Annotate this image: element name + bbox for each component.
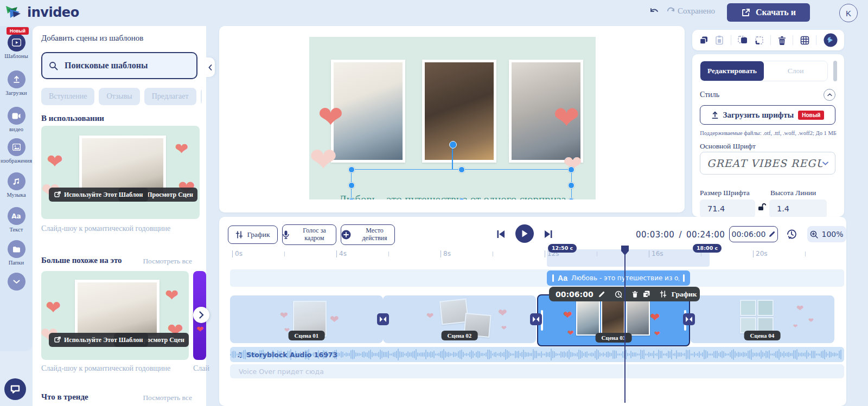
duplicate-icon[interactable] [643, 291, 650, 298]
view-all-trending[interactable]: Посмотреть все [143, 394, 192, 402]
heart-icon: ❤ [280, 311, 288, 320]
chevron-down-icon [8, 273, 25, 291]
category-chips: Вступление Отзывы Предлагает Слай [41, 88, 202, 105]
download-button[interactable]: Скачать и [727, 3, 810, 22]
timeline-ruler-ticks[interactable]: 0s4s8s12s16s20s [219, 244, 846, 266]
selection-handle[interactable] [568, 182, 575, 189]
use-template-button[interactable]: Используйте Этот Шаблон [49, 333, 148, 347]
element-toolbar [692, 30, 844, 50]
voiceover-button[interactable]: Голос за кадром [282, 224, 336, 245]
grid-icon[interactable] [800, 36, 809, 45]
scene-clip-4[interactable]: ❤ ❤ ❤ Сцена 04 [690, 295, 834, 343]
clip-left-handle[interactable] [552, 274, 554, 282]
chip-offers[interactable]: Предлагает [144, 88, 196, 105]
timer-icon[interactable] [615, 291, 622, 298]
text-clip[interactable]: Аа Любовь - это путешествие из одног... [547, 270, 690, 286]
selection-handle[interactable] [348, 198, 355, 199]
graph-button[interactable]: График [228, 225, 278, 244]
sidebar-item-video[interactable]: видео [0, 107, 33, 132]
transition-button[interactable] [530, 313, 542, 325]
support-chat-button[interactable] [4, 378, 26, 400]
tab-edit[interactable]: Редактировать [700, 61, 764, 81]
line-height-input[interactable]: 1.4 [769, 199, 827, 218]
text-selection-box[interactable] [351, 169, 572, 199]
rotate-handle[interactable] [449, 141, 457, 149]
sidebar-item-text[interactable]: Aa Текст [0, 207, 33, 233]
zoom-control[interactable]: 100% [807, 226, 846, 242]
slide-photo-2[interactable] [422, 60, 496, 163]
search-input[interactable] [63, 60, 190, 71]
template-card-similar[interactable]: ❤ ❤ ❤ ❤ Просмотр Сцен Используйте Этот Ш… [41, 271, 189, 360]
voiceover-track[interactable]: Voice Over придет сюда [230, 364, 844, 378]
chip-reviews[interactable]: Отзывы [99, 88, 139, 105]
heart-icon: ❤ [793, 324, 797, 329]
play-button[interactable] [515, 224, 534, 243]
panel-scrollbar[interactable] [833, 61, 837, 81]
transition-button[interactable] [683, 313, 695, 325]
scene-clip-2[interactable]: ❤ ❤ ❤ Сцена 02 [383, 295, 536, 343]
carousel-next-button[interactable] [193, 307, 209, 323]
view-all-similar[interactable]: Посмотреть все [143, 257, 192, 266]
brand-wordmark: invideo [27, 5, 79, 20]
selection-handle[interactable] [348, 182, 355, 189]
invideo-logo[interactable]: invideo [5, 4, 79, 21]
search-icon [49, 61, 58, 70]
clip-right-handle[interactable] [683, 274, 685, 282]
collapse-style-button[interactable] [824, 89, 835, 101]
pencil-icon[interactable] [598, 291, 605, 298]
sidebar-more[interactable] [0, 273, 33, 291]
upload-icon [711, 111, 719, 119]
template-search[interactable] [41, 52, 197, 79]
scene-clip-3[interactable]: ❤ ❤ ❤ ❤ Сцена 03 [537, 294, 690, 346]
divider [731, 35, 731, 45]
chip-intro[interactable]: Вступление [41, 88, 94, 105]
sliders-icon[interactable] [660, 291, 667, 298]
copy-icon[interactable] [699, 36, 709, 45]
avatar[interactable]: K [839, 4, 858, 22]
panel-collapse-button[interactable] [205, 57, 215, 77]
crop-icon[interactable] [755, 36, 764, 45]
scene-clip-1[interactable]: ❤ ❤ ❤ Сцена 01 [230, 295, 383, 343]
lock-icon[interactable] [757, 203, 766, 211]
tab-layers[interactable]: Слои [764, 61, 827, 81]
skip-back-button[interactable] [496, 230, 506, 239]
music-icon [8, 172, 25, 190]
font-family-select[interactable]: GREAT VIBES REGU [700, 152, 835, 175]
sidebar-item-uploads[interactable]: Загрузки [0, 70, 33, 96]
chip-slides[interactable]: Слай [201, 88, 202, 105]
sidebar-item-music[interactable]: Музыка [0, 172, 33, 198]
transition-button[interactable] [377, 313, 389, 325]
audio-track[interactable]: ♫ Storyblock Audio 16973 [230, 347, 844, 362]
animate-icon[interactable] [824, 33, 838, 47]
use-template-button[interactable]: Используйте Этот Шаблон [49, 188, 148, 202]
location-button[interactable]: Место действия [341, 224, 395, 245]
download-button-label: Скачать и [756, 8, 796, 17]
template-card-in-use[interactable]: ❤ ❤ ❤ ❤ Просмотр Сцен Используйте Этот Ш… [41, 126, 200, 219]
selection-handle[interactable] [348, 166, 355, 173]
font-size-input[interactable]: 71.4 [700, 199, 755, 218]
scene-label: Сцена 04 [744, 331, 781, 340]
delete-icon[interactable] [778, 36, 786, 45]
selection-handle[interactable] [568, 166, 575, 173]
upload-fonts-button[interactable]: Загрузить шрифты Новый [700, 105, 835, 125]
undo-icon[interactable] [649, 7, 660, 16]
sliders-icon [235, 231, 243, 239]
scene-thumbnail [601, 300, 625, 336]
delete-icon[interactable] [632, 291, 638, 298]
heart-icon: ❤ [196, 325, 203, 334]
history-icon[interactable] [786, 228, 797, 240]
mask-icon[interactable] [738, 36, 748, 44]
selection-handle[interactable] [458, 166, 465, 173]
selection-handle[interactable] [458, 198, 465, 199]
sidebar-item-templates[interactable]: Новый Шаблоны [0, 34, 33, 59]
playhead[interactable] [624, 247, 626, 403]
paste-icon[interactable] [715, 35, 724, 45]
sidebar-item-folders[interactable]: Папки [0, 240, 33, 266]
skip-forward-button[interactable] [544, 230, 553, 239]
scene-duration-input[interactable]: 00:06:00 [729, 226, 778, 242]
heart-icon: ❤ [501, 325, 507, 331]
clip-graph-label[interactable]: График [672, 290, 697, 299]
sidebar-item-images[interactable]: изображения [0, 138, 33, 164]
style-section-title: Стиль [700, 91, 719, 99]
video-canvas[interactable]: ❤ ❤ ❤ ❤ Любовь - это путешествие от одно… [309, 37, 596, 199]
